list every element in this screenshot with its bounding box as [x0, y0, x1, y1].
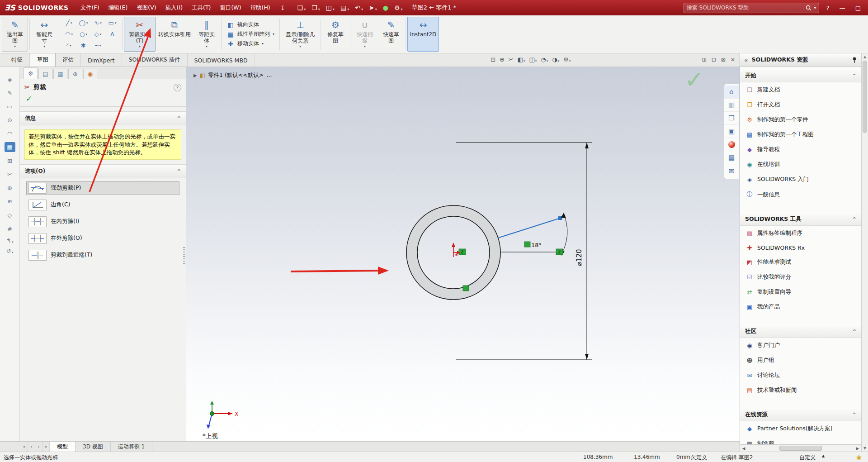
collapse-icon[interactable]: ^: [853, 73, 856, 78]
taskpane-item-first-part[interactable]: ⚙制作我的第一个零件: [740, 112, 861, 127]
option-corner-trim[interactable]: 边角(C): [26, 198, 179, 212]
view-settings-icon[interactable]: ⚙▾: [563, 56, 571, 63]
tab-evaluate[interactable]: 评估: [56, 53, 81, 67]
menu-insert[interactable]: 插入(I): [161, 0, 187, 16]
info-section-header[interactable]: 信息 ^: [20, 111, 186, 125]
zoom-fit-icon[interactable]: ⊡: [491, 56, 495, 63]
scrollbar-thumb[interactable]: [863, 61, 867, 133]
file-explorer-icon[interactable]: ❐: [724, 112, 739, 125]
unit-dropdown-icon[interactable]: ▲: [822, 454, 825, 458]
spline-tool-button[interactable]: ∿▾: [91, 18, 105, 29]
panel-resize-grip[interactable]: [183, 247, 185, 264]
options-section-header[interactable]: 选项(O) ^: [20, 164, 186, 178]
taskpane-item-open-document[interactable]: ❐打开文档: [740, 97, 861, 112]
option-power-trim[interactable]: 强劲剪裁(P): [26, 181, 179, 195]
taskpane-item-my-products[interactable]: ▣我的产品: [740, 300, 861, 314]
menu-file[interactable]: 文件(F): [76, 0, 104, 16]
menu-window[interactable]: 窗口(W): [215, 0, 245, 16]
menu-tools[interactable]: 工具(T): [187, 0, 215, 16]
tab-motion-study[interactable]: 运动算例 1: [111, 442, 152, 452]
smart-dimension-button[interactable]: ↔ 智能尺寸 ▾: [31, 17, 57, 52]
trim-entities-button[interactable]: ✂ 剪裁实体(T) ▾: [124, 17, 156, 52]
custom-properties-icon[interactable]: ▤: [724, 151, 739, 164]
taskpane-item-getting-started[interactable]: ◈SOLIDWORKS 入门: [740, 172, 861, 187]
appearances-icon[interactable]: [724, 138, 739, 151]
taskpane-item-copy-settings-wizard[interactable]: ⇄复制设置向导: [740, 285, 861, 300]
collapse-icon[interactable]: ^: [177, 169, 181, 174]
point-tool-button[interactable]: ✱: [76, 40, 90, 51]
toolbar-icon[interactable]: ◈: [5, 74, 15, 84]
selected-sketch-line[interactable]: [498, 218, 560, 238]
angle-dimension-arc[interactable]: [561, 214, 567, 254]
toolbar-icon-active[interactable]: ▦: [5, 142, 15, 152]
configurations-tab[interactable]: ▤: [38, 69, 52, 79]
line-endpoint-handle[interactable]: [558, 216, 562, 220]
undo-button[interactable]: ↶▾: [353, 3, 365, 13]
dimxpert-manager-tab[interactable]: ▦: [53, 69, 67, 79]
display-style-icon[interactable]: ◫▾: [529, 56, 537, 63]
taskpane-item-user-groups[interactable]: ☻用户组: [740, 353, 861, 368]
reuse-tool-button[interactable]: ↰▾: [6, 237, 13, 244]
menu-view[interactable]: 视图(V): [132, 0, 160, 16]
undo-tool-button[interactable]: ↺▾: [6, 248, 13, 254]
first-tab-icon[interactable]: «: [21, 442, 28, 452]
rectangle-tool-button[interactable]: ▭▾: [105, 18, 119, 29]
toolbar-icon[interactable]: ⊕: [5, 183, 15, 193]
edit-appearance-icon[interactable]: ◑▾: [552, 56, 559, 63]
help-search-box[interactable]: ▾: [684, 3, 819, 13]
tab-dimxpert[interactable]: DimXpert: [81, 54, 122, 67]
quick-snaps-button[interactable]: ∪ 快速捕捉 ▾: [352, 17, 378, 52]
maximize-button[interactable]: □: [853, 4, 863, 12]
menu-pin-icon[interactable]: ↧: [275, 5, 291, 11]
new-document-button[interactable]: ❏▾: [295, 3, 308, 13]
mirror-entities-button[interactable]: ◧ 镜向实体: [226, 21, 274, 29]
scroll-down-icon[interactable]: ▼: [862, 446, 868, 450]
next-tab-icon[interactable]: ›: [35, 442, 42, 452]
pin-icon[interactable]: [852, 57, 857, 63]
exit-sketch-button[interactable]: ✎ 退出草图 ▾: [2, 17, 28, 52]
taskpane-item-performance-benchmark[interactable]: ◩性能基准测试: [740, 255, 861, 270]
taskpane-item-property-tab-builder[interactable]: ▥属性标签编制程序: [740, 226, 861, 241]
search-icon[interactable]: [806, 5, 811, 11]
taskpane-item-partner-solutions[interactable]: ◆Partner Solutions(解决方案): [740, 421, 861, 436]
polygon-tool-button[interactable]: ◇▾: [91, 29, 105, 40]
rebuild-button[interactable]: ●: [381, 3, 391, 13]
taskpane-item-manufacturers[interactable]: ▦制造商: [740, 436, 861, 444]
relation-badge[interactable]: [463, 286, 469, 291]
instant2d-button[interactable]: ↔ Instant2D: [407, 17, 439, 52]
save-button[interactable]: ◫▾: [324, 3, 337, 13]
split-pane-icon[interactable]: ⊞: [702, 57, 707, 63]
tab-mbd[interactable]: SOLIDWORKS MBD: [188, 54, 255, 67]
fillet-tool-button[interactable]: ◜▾: [62, 40, 76, 51]
option-trim-outside[interactable]: 在外剪除(O): [26, 232, 179, 245]
web-help-icon[interactable]: ◉: [856, 454, 861, 461]
taskpane-item-customer-portal[interactable]: ◉客户门户: [740, 338, 861, 353]
scrollbar-thumb[interactable]: [779, 446, 822, 451]
centerline-tool-button[interactable]: ┄▾: [91, 40, 105, 51]
forum-icon[interactable]: ✉: [724, 164, 739, 177]
convert-entities-button[interactable]: ⧉ 转换实体引用: [156, 17, 193, 52]
display-manager-tab[interactable]: ⊕: [68, 69, 82, 79]
repair-sketch-button[interactable]: ⚙ 修复草图: [322, 17, 349, 52]
collapse-icon[interactable]: ^: [853, 412, 856, 417]
toolbar-icon[interactable]: #: [5, 224, 15, 233]
toolbar-icon[interactable]: ◠: [5, 129, 15, 138]
rapid-sketch-button[interactable]: ✎ 快速草图: [378, 17, 404, 52]
section-tools[interactable]: SOLIDWORKS 工具 ^: [740, 212, 861, 226]
editing-indicator[interactable]: 在编辑 草图2: [721, 454, 753, 462]
relation-badge[interactable]: [524, 242, 530, 247]
tab-sketch[interactable]: 草图: [30, 53, 56, 67]
open-document-button[interactable]: ❐▾: [309, 3, 322, 13]
task-pane-vertical-scrollbar[interactable]: ▲ ▼: [861, 53, 868, 452]
search-scope-dropdown-icon[interactable]: ▾: [814, 6, 816, 10]
menu-edit[interactable]: 编辑(E): [104, 0, 132, 16]
options-button[interactable]: ⚙▾: [392, 3, 405, 13]
appearances-manager-tab[interactable]: ◉: [83, 69, 97, 79]
scroll-left-icon[interactable]: ◀: [740, 446, 747, 451]
taskpane-item-new-document[interactable]: ❏新建文档: [740, 82, 861, 97]
text-tool-button[interactable]: A: [105, 29, 119, 40]
display-delete-relations-button[interactable]: ⊥ 显示/删除几何关系 ▾: [281, 17, 319, 52]
toolbar-icon[interactable]: ◇: [5, 210, 15, 220]
last-tab-icon[interactable]: »: [42, 442, 50, 452]
move-entities-button[interactable]: ✚ 移动实体 ▾: [226, 40, 274, 48]
